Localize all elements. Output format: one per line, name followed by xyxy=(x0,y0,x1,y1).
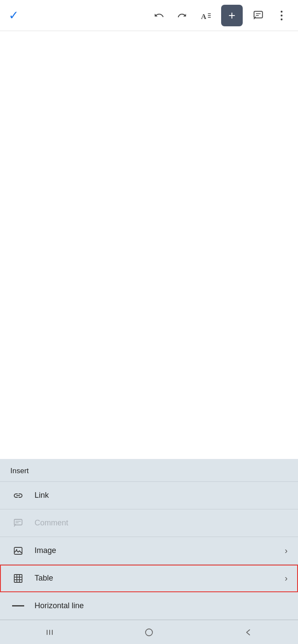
svg-rect-21 xyxy=(49,630,50,635)
svg-rect-22 xyxy=(52,630,53,635)
horizontal-line-label: Horizontal line xyxy=(35,601,84,610)
check-button[interactable]: ✓ xyxy=(9,8,19,22)
document-area[interactable] xyxy=(0,31,298,459)
svg-point-7 xyxy=(281,10,282,12)
menu-item-table[interactable]: Table › xyxy=(0,565,298,592)
svg-rect-15 xyxy=(14,575,22,582)
menu-item-horizontal-line[interactable]: Horizontal line xyxy=(0,592,298,620)
menu-item-link[interactable]: Link xyxy=(0,482,298,509)
text-format-button[interactable]: A xyxy=(198,8,213,23)
svg-text:A: A xyxy=(201,12,206,20)
toolbar: ✓ A + xyxy=(0,0,298,31)
image-icon xyxy=(10,543,26,559)
insert-panel: Insert Link Comment xyxy=(0,459,298,620)
menu-item-comment: Comment xyxy=(0,509,298,537)
insert-title: Insert xyxy=(10,467,29,475)
link-icon xyxy=(10,488,26,503)
link-label: Link xyxy=(35,491,288,500)
table-chevron-icon: › xyxy=(285,573,288,583)
image-chevron-icon: › xyxy=(285,546,288,556)
table-label: Table xyxy=(35,574,285,583)
comment-label: Comment xyxy=(35,518,288,528)
add-button[interactable]: + xyxy=(221,5,243,26)
add-icon: + xyxy=(228,9,235,22)
toolbar-right: A + xyxy=(151,5,289,26)
insert-header: Insert xyxy=(0,459,298,482)
nav-menu-button[interactable] xyxy=(37,624,63,641)
svg-rect-13 xyxy=(14,547,22,554)
image-label: Image xyxy=(35,546,285,555)
svg-point-9 xyxy=(281,18,282,20)
undo-button[interactable] xyxy=(151,8,167,23)
table-icon xyxy=(10,571,26,586)
horizontal-line-icon xyxy=(10,598,26,614)
toolbar-left: ✓ xyxy=(9,8,19,22)
comment-button[interactable] xyxy=(250,8,266,23)
nav-home-button[interactable] xyxy=(136,624,162,641)
comment-menu-icon xyxy=(10,515,26,531)
svg-point-8 xyxy=(281,14,282,16)
menu-item-image[interactable]: Image › xyxy=(0,537,298,565)
svg-rect-20 xyxy=(47,630,48,635)
nav-back-button[interactable] xyxy=(235,624,261,641)
more-options-button[interactable] xyxy=(274,8,289,23)
redo-button[interactable] xyxy=(174,8,190,23)
bottom-nav xyxy=(0,620,298,644)
svg-rect-23 xyxy=(146,629,152,636)
